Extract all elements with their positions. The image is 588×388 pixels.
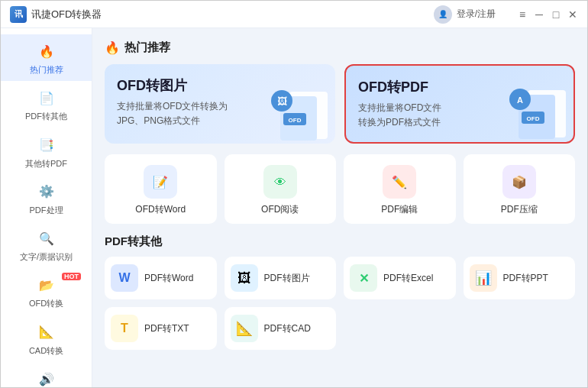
sidebar-item-ocr[interactable]: 🔍 文字/票据识别 — [1, 221, 92, 268]
minimize-button[interactable]: ─ — [534, 9, 544, 20]
sidebar-item-pdf-to-other[interactable]: 📄 PDF转其他 — [1, 81, 92, 128]
tool-card-ofd-to-word[interactable]: 📝 OFD转Word — [105, 154, 217, 224]
ofd-to-image-graphic: OFD 🖼 — [267, 86, 328, 139]
sidebar-item-hot[interactable]: 🔥 热门推荐 — [1, 34, 92, 81]
ofd-to-pdf-card[interactable]: OFD转PDF 支持批量将OFD文件转换为PDF格式文件 OFD A — [344, 64, 575, 144]
ofd-to-word-icon: 📝 — [144, 165, 177, 199]
sidebar-label-ofd: OFD转换 — [29, 298, 63, 309]
fire-icon: 🔥 — [105, 40, 120, 55]
app-logo: 讯 讯捷OFD转换器 — [10, 6, 102, 23]
content-area: 🔥 热门推荐 OFD转图片 支持批量将OFD文件转换为JPG、PNG格式文件 — [92, 28, 587, 388]
svg-text:🖼: 🖼 — [277, 95, 287, 107]
pdf-to-txt-icon: T — [111, 315, 138, 342]
ofd-image-illustration: OFD 🖼 — [267, 86, 335, 143]
login-button[interactable]: 👤 登录/注册 — [434, 5, 496, 24]
sidebar-item-other-to-pdf[interactable]: 📑 其他转PDF — [1, 128, 92, 175]
pdf-to-word-card[interactable]: W PDF转Word — [105, 257, 217, 299]
pdf-to-image-label: PDF转图片 — [264, 272, 310, 285]
svg-text:📝: 📝 — [153, 175, 168, 189]
sidebar-label-pdf-process: PDF处理 — [30, 205, 63, 215]
tool-card-pdf-compress[interactable]: 📦 PDF压缩 — [464, 154, 576, 224]
pdf-to-word-icon: W — [111, 264, 138, 292]
app-title: 讯捷OFD转换器 — [31, 8, 102, 21]
pdf-cards-row1: W PDF转Word 🖼 PDF转图片 ✕ PDF转Excel 📊 PDF转PP… — [105, 257, 575, 299]
ofd-to-image-card[interactable]: OFD转图片 支持批量将OFD文件转换为JPG、PNG格式文件 OFD — [105, 64, 335, 144]
pdf-edit-icon: ✏️ — [383, 165, 416, 199]
pdf-compress-icon: 📦 — [502, 165, 536, 199]
svg-text:OFD: OFD — [527, 115, 540, 122]
ofd-icon: 📂 — [36, 274, 57, 296]
pdf-to-word-label: PDF转Word — [144, 272, 193, 285]
sidebar: 🔥 热门推荐 📄 PDF转其他 📑 其他转PDF ⚙️ PDF处理 🔍 文字/票… — [1, 28, 92, 388]
ofd-pdf-illustration: OFD A — [505, 84, 573, 141]
pdf-cards-row2: T PDF转TXT 📐 PDF转CAD — [105, 307, 575, 350]
ocr-icon: 🔍 — [36, 228, 57, 249]
sidebar-label-hot: 热门推荐 — [30, 64, 63, 75]
tool-card-ofd-read[interactable]: 👁 OFD阅读 — [225, 154, 337, 224]
menu-button[interactable]: ≡ — [517, 9, 528, 20]
svg-text:📦: 📦 — [512, 175, 527, 189]
tool-label-ofd-to-word: OFD转Word — [135, 203, 186, 216]
svg-text:A: A — [517, 95, 523, 105]
pdf-to-txt-card[interactable]: T PDF转TXT — [105, 307, 217, 350]
pdf-to-cad-card[interactable]: 📐 PDF转CAD — [225, 307, 337, 350]
pdf-to-cad-label: PDF转CAD — [264, 322, 311, 335]
svg-text:👁: 👁 — [274, 176, 286, 189]
cad-icon: 📐 — [36, 322, 57, 343]
pdf-to-image-card[interactable]: 🖼 PDF转图片 — [225, 257, 337, 299]
pdf-section-title: PDF转其他 — [105, 234, 575, 249]
sidebar-label-ocr: 文字/票据识别 — [20, 251, 73, 262]
pdf-to-ppt-label: PDF转PPT — [503, 272, 548, 285]
pdf-to-excel-label: PDF转Excel — [383, 272, 433, 285]
voice-icon: 🔊 — [36, 368, 57, 388]
pdf-to-cad-icon: 📐 — [231, 315, 258, 342]
window-controls: ≡ ─ □ ✕ — [517, 9, 578, 20]
sidebar-item-cad[interactable]: 📐 CAD转换 — [1, 315, 92, 362]
hot-title-text: 热门推荐 — [124, 40, 170, 55]
app-logo-icon: 讯 — [10, 6, 27, 23]
pdf-to-ppt-icon: 📊 — [470, 264, 497, 292]
titlebar: 讯 讯捷OFD转换器 👤 登录/注册 ≡ ─ □ ✕ — [1, 1, 587, 28]
top-cards: OFD转图片 支持批量将OFD文件转换为JPG、PNG格式文件 OFD — [105, 64, 575, 144]
pdf-to-txt-label: PDF转TXT — [144, 322, 189, 335]
pdf-to-other-icon: 📄 — [36, 87, 57, 108]
maximize-button[interactable]: □ — [551, 9, 561, 20]
svg-text:✏️: ✏️ — [392, 175, 407, 189]
hot-icon: 🔥 — [36, 40, 57, 62]
ofd-read-icon: 👁 — [263, 165, 297, 199]
pdf-to-ppt-card[interactable]: 📊 PDF转PPT — [464, 257, 576, 299]
sidebar-label-pdf-to-other: PDF转其他 — [25, 111, 67, 121]
sidebar-label-cad: CAD转换 — [29, 345, 63, 356]
user-avatar: 👤 — [434, 5, 452, 24]
pdf-to-image-icon: 🖼 — [231, 264, 258, 292]
pdf-to-excel-card[interactable]: ✕ PDF转Excel — [344, 257, 456, 299]
tool-cards: 📝 OFD转Word 👁 OFD阅读 ✏️ — [105, 154, 575, 224]
tool-label-pdf-compress: PDF压缩 — [501, 203, 538, 216]
main-layout: 🔥 热门推荐 📄 PDF转其他 📑 其他转PDF ⚙️ PDF处理 🔍 文字/票… — [1, 28, 587, 388]
hot-badge: HOT — [62, 273, 81, 280]
sidebar-item-pdf-process[interactable]: ⚙️ PDF处理 — [1, 175, 92, 221]
sidebar-item-voice[interactable]: 🔊 转语音工具 — [1, 362, 92, 388]
tool-label-pdf-edit: PDF编辑 — [381, 203, 418, 216]
close-button[interactable]: ✕ — [567, 9, 578, 20]
tool-label-ofd-read: OFD阅读 — [261, 203, 299, 216]
titlebar-right: 👤 登录/注册 ≡ ─ □ ✕ — [434, 5, 578, 24]
ofd-to-pdf-graphic: OFD A — [505, 84, 566, 137]
hot-section-title: 🔥 热门推荐 — [105, 40, 575, 55]
other-to-pdf-icon: 📑 — [36, 134, 57, 156]
pdf-process-icon: ⚙️ — [36, 181, 57, 202]
sidebar-item-ofd[interactable]: 📂 OFD转换 HOT — [1, 268, 92, 315]
sidebar-label-other-to-pdf: 其他转PDF — [25, 158, 67, 169]
tool-card-pdf-edit[interactable]: ✏️ PDF编辑 — [344, 154, 456, 224]
svg-text:OFD: OFD — [289, 117, 302, 124]
login-label: 登录/注册 — [457, 8, 496, 21]
pdf-to-excel-icon: ✕ — [350, 264, 377, 292]
